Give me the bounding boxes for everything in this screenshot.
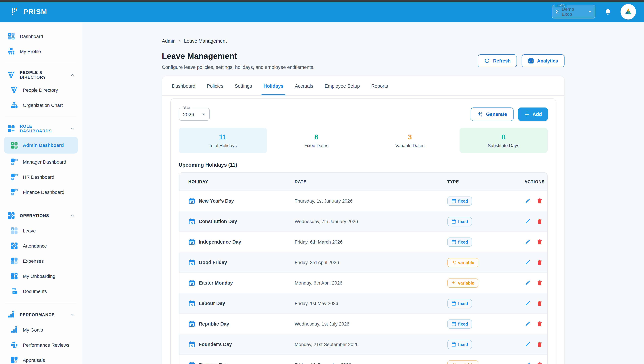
edit-button[interactable] [524,341,530,347]
column-header-holiday: HOLIDAY [179,179,295,184]
tab-reports[interactable]: Reports [366,76,394,95]
type-badge-variable: variable [447,278,478,287]
type-badge-fixed: fixed [447,196,472,206]
delete-button[interactable] [536,362,542,364]
edit-button[interactable] [524,362,530,364]
avatar[interactable] [620,4,636,20]
entity-select[interactable]: Entity Σ Demo Exco [552,5,595,19]
chevron-right-icon: › [179,38,181,44]
calendar-badge-icon [451,301,456,306]
sidebar-item-my-goals[interactable]: My Goals [0,322,82,337]
sidebar-item-admin-dashboard[interactable]: Admin Dashboard [4,137,78,153]
delete-button[interactable] [536,300,542,306]
arrow-grid-icon [10,272,18,280]
holiday-name: Founder's Day [199,342,232,347]
delete-button[interactable] [536,239,542,245]
edit-button[interactable] [524,198,530,204]
brand-name: PRISM [24,8,47,16]
edit-button[interactable] [524,280,530,286]
edit-button[interactable] [524,300,530,306]
refresh-button[interactable]: Refresh [478,54,517,67]
sidebar-item-documents[interactable]: Documents [0,284,82,299]
entity-select-label: Entity [555,3,567,7]
sidebar-item-organization-chart[interactable]: Organization Chart [0,97,82,113]
sidebar-item-my-profile[interactable]: My Profile [0,44,82,59]
sidebar-divider [5,117,76,117]
delete-button[interactable] [536,280,542,286]
type-badge-fixed: fixed [447,340,472,349]
page-title: Leave Management [162,51,314,61]
grid-plus-icon [8,125,15,132]
sidebar: Dashboard My Profile PEOPLE & DIRECTORY … [0,22,82,364]
sidebar-item-performance-reviews[interactable]: Performance Reviews [0,337,82,352]
type-badge-fixed: fixed [447,319,472,328]
year-select-value: 2026 [183,111,194,117]
sidebar-item-finance-dashboard[interactable]: Finance Dashboard [0,185,82,200]
app: PRISM Entity Σ Demo Exco Dashboard My Pr… [0,0,644,364]
sidebar-section-header-role-dashboards[interactable]: ROLE DASHBOARDS [0,121,82,136]
delete-button[interactable] [536,321,542,327]
stat-card-fixed-dates: 8 Fixed Dates [272,128,360,153]
sidebar-item-appraisals[interactable]: Appraisals [0,352,82,364]
analytics-icon [528,58,534,64]
delete-button[interactable] [536,341,542,347]
generate-button[interactable]: Generate [470,107,513,121]
stat-card-substitute-days: 0 Substitute Days [459,128,548,153]
sidebar-item-attendance[interactable]: Attendance [0,238,82,253]
brand[interactable]: PRISM [12,8,47,16]
year-select[interactable]: Year 2026 [178,108,210,121]
org-chart-icon [10,101,18,109]
tab-policies[interactable]: Policies [201,76,229,95]
tab-accruals[interactable]: Accruals [289,76,319,95]
combo-grid-icon [10,173,18,181]
sidebar-item-my-onboarding[interactable]: My Onboarding [0,268,82,284]
delete-button[interactable] [536,198,542,204]
bar-chart-icon [10,326,18,334]
tab-settings[interactable]: Settings [229,76,258,95]
column-header-type: TYPE [447,179,524,184]
edit-button[interactable] [524,259,530,265]
refresh-icon [484,58,490,64]
breadcrumb-admin[interactable]: Admin [162,38,176,44]
people-dots-icon [10,86,18,94]
sidebar-item-expenses[interactable]: Expenses [0,253,82,268]
holiday-name: New Year's Day [199,198,234,204]
cycle-squares-icon [10,341,18,349]
stat-card-variable-dates: 3 Variable Dates [366,128,454,153]
calendar-x-icon [188,259,195,266]
holiday-date: Monday, 6th April 2026 [295,280,447,286]
bell-icon[interactable] [604,8,612,16]
page-subtitle: Configure leave policies, settings, holi… [162,65,314,70]
sidebar-item-hr-dashboard[interactable]: HR Dashboard [0,169,82,185]
delete-button[interactable] [536,259,542,265]
holiday-name: Republic Day [199,321,229,326]
tab-employee-setup[interactable]: Employee Setup [319,76,366,95]
chevron-up-icon [70,213,75,218]
combo-grid-icon [10,158,18,166]
delete-button[interactable] [536,218,542,224]
type-badge-fixed: fixed [447,217,472,226]
dashboard-grid-icon [8,32,15,40]
sidebar-item-leave[interactable]: Leave [0,223,82,238]
people-dots-icon [8,71,15,79]
analytics-button[interactable]: Analytics [522,54,564,67]
edit-button[interactable] [524,321,530,327]
add-button[interactable]: Add [518,107,548,121]
calendar-x-icon [188,361,195,364]
sidebar-item-dashboard[interactable]: Dashboard [0,29,82,44]
holiday-stats: 11 Total Holidays 8 Fixed Dates 3 Variab… [178,128,548,153]
edit-button[interactable] [524,218,530,224]
column-header-date: DATE [295,179,447,184]
sidebar-section-header-operations[interactable]: OPERATIONS [0,208,82,223]
sidebar-item-people-directory[interactable]: People Directory [0,82,82,97]
tab-dashboard[interactable]: Dashboard [166,76,201,95]
edit-button[interactable] [524,239,530,245]
year-select-label: Year [182,105,192,109]
sidebar-item-manager-dashboard[interactable]: Manager Dashboard [0,154,82,169]
sidebar-section-header-performance[interactable]: PERFORMANCE [0,307,82,322]
type-badge-variable: variable [447,258,478,267]
calendar-badge-icon [451,321,456,326]
tab-holidays[interactable]: Holidays [258,76,289,95]
sidebar-section-header-people-and-directory[interactable]: PEOPLE & DIRECTORY [0,67,82,82]
sidebar-divider [5,204,76,204]
